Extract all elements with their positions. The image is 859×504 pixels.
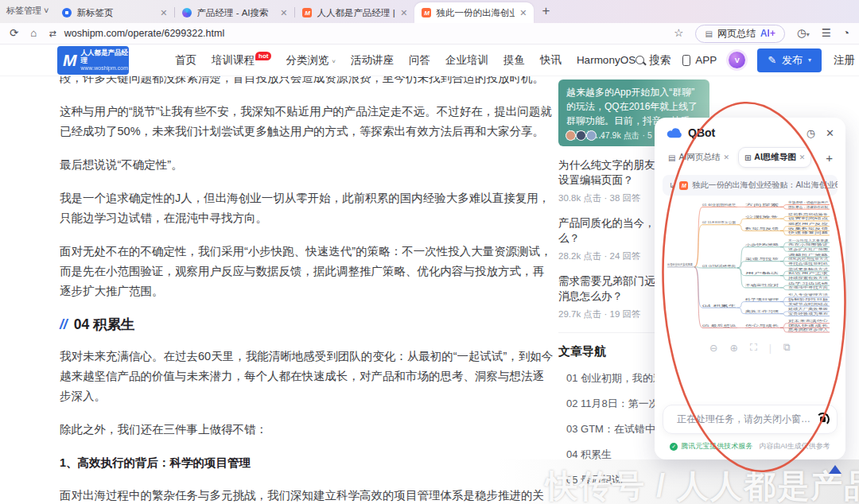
- svg-text:调整推广策略: 调整推广策略: [788, 253, 828, 257]
- tab-manager-button[interactable]: 标签管理 ˅: [6, 5, 49, 17]
- nav-item-moyu[interactable]: 摸鱼: [503, 53, 525, 68]
- article-paragraph: 这种与用户的“脱节”让我有些不安，我深知不贴近用户的产品注定走不远。不过好在，提…: [60, 102, 554, 142]
- shield-check-icon: ✓: [670, 443, 678, 451]
- section-heading: //04 积累生: [60, 315, 554, 335]
- toolbar-divider: |: [769, 343, 772, 354]
- back-to-top-icon[interactable]: [829, 465, 842, 474]
- svg-text:逐步扩大推广范围: 逐步扩大推广范围: [788, 247, 828, 251]
- qbot-source-row[interactable]: ↳ M 独此一份的出海创业经验贴：AI出海创业60…: [663, 175, 838, 196]
- svg-text:关键节点时间锚点: 关键节点时间锚点: [788, 302, 828, 307]
- svg-text:用户触达: 用户触达: [745, 271, 779, 275]
- svg-text:信心与成长: 信心与成长: [745, 324, 779, 328]
- tab-close-icon[interactable]: ✕: [799, 153, 806, 161]
- search-icon: [636, 56, 644, 64]
- reply-arrow-icon: ↳: [669, 181, 675, 190]
- sub-heading: 1、高效执行的背后：科学的项目管理: [60, 453, 554, 473]
- heading-slashes: //: [60, 316, 68, 332]
- qbot-history-icon[interactable]: ◷: [807, 127, 815, 139]
- nav-item-events[interactable]: 活动讲座: [351, 53, 394, 68]
- auth-links[interactable]: 注册｜登录: [834, 53, 859, 68]
- article-paragraph: 我对未来充满信心。在过去60天里，我能清晰地感受到团队的变化：从最初的“一起试试…: [60, 347, 554, 406]
- nav-item-corp-training[interactable]: 企业培训: [445, 53, 488, 68]
- svg-text:团队磨合：搭建协作机制: 团队磨合：搭建协作机制: [788, 205, 828, 210]
- nav-item-courses[interactable]: 培训课程hot: [212, 53, 270, 68]
- nav-item-home[interactable]: 首页: [175, 53, 196, 68]
- svg-text:先在小范围验证: 先在小范围验证: [788, 242, 828, 246]
- article-body: 段，许多关键问题都没探索清楚，盲目投放只会造成资源浪费，至今仍未找到合适的投放时…: [60, 68, 554, 504]
- svg-text:观察用户反应: 观察用户反应: [787, 222, 828, 226]
- svg-text:优化内容与投放方式: 优化内容与投放方式: [788, 257, 828, 261]
- svg-text:设置时间锚点: 设置时间锚点: [788, 216, 828, 221]
- bookmark-star-icon[interactable]: ☆: [674, 28, 683, 39]
- svg-text:出海创业60天实战复盘: 出海创业60天实战复盘: [667, 262, 693, 266]
- browser-tab-newtab[interactable]: 新标签页 ✕: [55, 2, 174, 23]
- home-icon[interactable]: ⌂: [30, 28, 37, 39]
- svg-text:持续探索有效方法: 持续探索有效方法: [787, 276, 828, 281]
- qbot-tab-bar: ▤ AI网页总结 ✕ ⊞ AI思维导图 ✕ +: [655, 143, 845, 170]
- publish-button[interactable]: ✎发布▾: [757, 48, 822, 72]
- site-logo[interactable]: M 人人都是产品经理 www.woshipm.com: [57, 46, 129, 75]
- vip-badge[interactable]: V: [729, 52, 745, 68]
- reading-list-icon[interactable]: ☰: [822, 28, 831, 39]
- app-download-button[interactable]: APP: [682, 54, 717, 66]
- svg-text:03 GTM试错寻向: 03 GTM试错寻向: [702, 264, 736, 268]
- svg-text:快速修复问题: 快速修复问题: [787, 231, 828, 235]
- tab-close-icon[interactable]: ✕: [723, 153, 729, 161]
- logo-m-mark: M: [63, 52, 77, 68]
- search-button[interactable]: 搜索: [636, 53, 670, 68]
- site-info-icon[interactable]: ⇄: [49, 29, 56, 38]
- svg-text:提前数周启动筹备: 提前数周启动筹备: [788, 212, 828, 216]
- qbot-cloud-icon: [666, 127, 683, 138]
- zoom-in-icon[interactable]: ⊕: [730, 342, 738, 354]
- processing-status-text: 正在处理任务，请勿关闭小窗…: [677, 413, 810, 426]
- qbot-tab-summary[interactable]: ▤ AI网页总结 ✕: [663, 148, 735, 167]
- qbot-input-bar[interactable]: 正在处理任务，请勿关闭小窗…: [663, 405, 838, 434]
- tab-close-icon[interactable]: ✕: [160, 8, 167, 18]
- new-tab-button[interactable]: +: [542, 3, 550, 19]
- svg-text:尝试更多触达方式: 尝试更多触达方式: [788, 267, 828, 271]
- nav-item-harmonyos[interactable]: HarmonyOS: [577, 54, 636, 66]
- nav-item-categories[interactable]: 分类浏览 ˅: [286, 53, 335, 68]
- tab-close-icon[interactable]: ✕: [280, 8, 287, 18]
- zoom-out-icon[interactable]: ⊖: [709, 342, 717, 354]
- hot-badge: hot: [255, 52, 271, 60]
- qbot-close-icon[interactable]: ✕: [826, 127, 834, 139]
- qbot-new-tab-button[interactable]: +: [821, 151, 838, 165]
- avatar: [566, 130, 576, 141]
- chevron-down-icon: ▾: [808, 56, 811, 64]
- svg-text:边学习边试错: 边学习边试错: [788, 281, 828, 285]
- tab-close-icon[interactable]: ✕: [400, 8, 407, 18]
- woshipm-favicon: M: [422, 8, 431, 17]
- svg-text:不确定性应对: 不确定性应对: [745, 283, 779, 287]
- svg-text:05 最后想说: 05 最后想说: [702, 324, 736, 328]
- url-text[interactable]: woshipm.com/operate/6299322.html: [64, 28, 225, 39]
- tab-close-icon[interactable]: ✕: [519, 8, 527, 18]
- refresh-icon[interactable]: ⟳: [10, 28, 18, 39]
- article-paragraph: 面对无处不在的不确定性，我们采用“小步快跑、快速迭代”的策略：不一次性投入大量资…: [60, 242, 554, 301]
- fit-screen-icon[interactable]: ⛶: [750, 342, 757, 354]
- copy-icon[interactable]: ⧉: [783, 342, 791, 354]
- svg-text:渠道与投放: 渠道与投放: [745, 257, 779, 261]
- browser-tab-article-active[interactable]: M 独此一份的出海创业经验贴：AI ✕: [414, 2, 534, 23]
- browser-tab-strip: 标签管理 ˅ 新标签页 ✕ 产品经理 - AI搜索 ✕ M 人人都是产品经理 |…: [0, 0, 859, 23]
- stop-generating-button[interactable]: [816, 413, 830, 426]
- qbot-tab-mindmap[interactable]: ⊞ AI思维导图 ✕: [738, 147, 811, 168]
- svg-text:01 创业初期的迷茫: 01 创业初期的迷茫: [702, 203, 736, 207]
- woshipm-favicon: M: [302, 8, 312, 17]
- woshipm-favicon: M: [679, 181, 688, 190]
- nav-item-qa[interactable]: 问答: [409, 53, 430, 68]
- mindmap-toolbar: ⊖ ⊕ ⛶ | ⧉: [655, 342, 845, 354]
- history-clock-icon[interactable]: ◷▾: [797, 28, 810, 39]
- svg-text:小步快跑策略: 小步快跑策略: [745, 242, 779, 246]
- featured-stats: 47.9k 点击 · 5: [566, 128, 652, 142]
- ai-search-favicon: [182, 8, 192, 17]
- mindmap-canvas[interactable]: 市场调研：明确目标用户团队磨合：搭建协作机制方向探索01 创业初期的迷茫提前数周…: [661, 199, 839, 340]
- page-summary-button[interactable]: ▤ 网页总结 AI+: [695, 25, 784, 43]
- avatar: [586, 130, 597, 141]
- summary-icon: ▤: [668, 153, 675, 162]
- profile-circle-icon[interactable]: ◔: [843, 28, 849, 39]
- browser-tab-woshipm-home[interactable]: M 人人都是产品经理 | 产品经理… ✕: [295, 2, 414, 23]
- phone-icon: [682, 55, 690, 66]
- nav-item-news[interactable]: 快讯: [540, 53, 562, 68]
- browser-tab-ai-search[interactable]: 产品经理 - AI搜索 ✕: [175, 2, 294, 23]
